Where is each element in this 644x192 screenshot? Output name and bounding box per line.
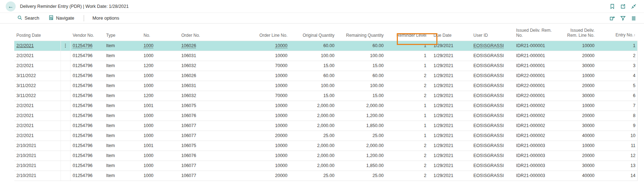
cell-due-date[interactable]: 1/29/2021	[429, 61, 468, 71]
column-header-no[interactable]: No.	[141, 33, 179, 41]
cell-reminder-level[interactable]: 2	[386, 141, 429, 151]
column-header-entry-no[interactable]: Entry No.↑	[597, 32, 638, 41]
popout-icon[interactable]	[618, 2, 628, 11]
cell-issued-deliv-rem-no[interactable]: IDR21-000001	[511, 41, 557, 51]
cell-vendor-no[interactable]: 01254796	[71, 151, 104, 161]
row-menu-icon[interactable]	[61, 81, 71, 91]
row-menu-icon[interactable]	[61, 131, 71, 141]
cell-entry-no[interactable]: 7	[597, 101, 638, 111]
cell-entry-no[interactable]: 12	[597, 151, 638, 161]
cell-issued-deliv-rem-no[interactable]: IDR21-000002	[511, 131, 557, 141]
table-row[interactable]: 2/10/2021 01254796 Item 1000 106077 2000…	[14, 171, 637, 181]
cell-order-no[interactable]: 106077	[179, 161, 233, 171]
cell-no[interactable]: 1000	[141, 81, 179, 91]
column-header-order-no[interactable]: Order No.	[179, 33, 233, 41]
cell-issued-deliv-rem-no[interactable]: IDR21-000002	[511, 121, 557, 131]
cell-reminder-level[interactable]: 2	[386, 161, 429, 171]
cell-no[interactable]: 1000	[141, 41, 179, 51]
cell-user-id[interactable]: EOS\SGRASSI	[468, 131, 511, 141]
cell-remaining-quantity[interactable]: 100.00	[337, 81, 386, 91]
cell-vendor-no[interactable]: 01254796	[71, 61, 104, 71]
table-row[interactable]: 3/11/2022 01254796 Item 1200 106032 7000…	[14, 91, 637, 101]
cell-remaining-quantity[interactable]: 25.00	[337, 171, 386, 181]
cell-no[interactable]: 1000	[141, 161, 179, 171]
cell-vendor-no[interactable]: 01254796	[71, 41, 104, 51]
cell-issued-deliv-rem-line-no[interactable]: 10000	[557, 41, 597, 51]
cell-type[interactable]: Item	[104, 81, 141, 91]
cell-due-date[interactable]: 1/29/2021	[429, 51, 468, 61]
cell-user-id[interactable]: EOS\SGRASSI	[468, 151, 511, 161]
cell-issued-deliv-rem-line-no[interactable]: 30000	[557, 61, 597, 71]
cell-original-quantity[interactable]: 100.00	[290, 51, 337, 61]
column-header-remaining-quantity[interactable]: Remaining Quantity	[337, 33, 386, 41]
cell-remaining-quantity[interactable]: 60.00	[337, 71, 386, 81]
cell-reminder-level[interactable]: 1	[386, 111, 429, 121]
cell-posting-date[interactable]: 2/2/2021	[14, 131, 61, 141]
cell-issued-deliv-rem-no[interactable]: IDR21-000003	[511, 171, 557, 181]
cell-order-no[interactable]: 106076	[179, 151, 233, 161]
cell-reminder-level[interactable]: 1	[386, 121, 429, 131]
cell-user-id[interactable]: EOS\SGRASSI	[468, 161, 511, 171]
cell-order-no[interactable]: 106031	[179, 51, 233, 61]
cell-posting-date[interactable]: 2/10/2021	[14, 171, 61, 181]
cell-order-no[interactable]: 106026	[179, 71, 233, 81]
cell-order-line-no[interactable]: 70000	[233, 91, 290, 101]
cell-original-quantity[interactable]: 2,000.00	[290, 111, 337, 121]
more-options-button[interactable]: More options	[93, 15, 119, 21]
cell-user-id[interactable]: EOS\SGRASSI	[468, 61, 511, 71]
table-row[interactable]: 2/2/2021 ⋮ 01254796 Item 1000 106026 100…	[14, 41, 637, 51]
cell-order-no[interactable]: 106075	[179, 101, 233, 111]
cell-no[interactable]: 1000	[141, 51, 179, 61]
cell-order-line-no[interactable]: 20000	[233, 171, 290, 181]
cell-type[interactable]: Item	[104, 51, 141, 61]
cell-vendor-no[interactable]: 01254796	[71, 91, 104, 101]
cell-issued-deliv-rem-no[interactable]: IDR21-000002	[511, 101, 557, 111]
cell-vendor-no[interactable]: 01254796	[71, 71, 104, 81]
cell-vendor-no[interactable]: 01254796	[71, 141, 104, 151]
cell-issued-deliv-rem-line-no[interactable]: 20000	[557, 111, 597, 121]
cell-reminder-level[interactable]: 2	[386, 91, 429, 101]
row-menu-icon[interactable]	[61, 121, 71, 131]
cell-remaining-quantity[interactable]: 15.00	[337, 91, 386, 101]
cell-original-quantity[interactable]: 25.00	[290, 131, 337, 141]
cell-entry-no[interactable]: 13	[597, 161, 638, 171]
cell-remaining-quantity[interactable]: 60.00	[337, 41, 386, 51]
cell-vendor-no[interactable]: 01254796	[71, 51, 104, 61]
cell-entry-no[interactable]: 1	[597, 41, 638, 51]
cell-order-no[interactable]: 106077	[179, 171, 233, 181]
cell-issued-deliv-rem-no[interactable]: IDR21-000003	[511, 161, 557, 171]
cell-no[interactable]: 1000	[141, 121, 179, 131]
navigate-button[interactable]: Navigate	[48, 15, 74, 21]
row-menu-icon[interactable]	[61, 141, 71, 151]
cell-issued-deliv-rem-line-no[interactable]: 10000	[557, 101, 597, 111]
cell-entry-no[interactable]: 3	[597, 61, 638, 71]
cell-entry-no[interactable]: 4	[597, 71, 638, 81]
cell-remaining-quantity[interactable]: 2,000.00	[337, 101, 386, 111]
cell-order-line-no[interactable]: 10000	[233, 71, 290, 81]
cell-order-line-no[interactable]: 10000	[233, 151, 290, 161]
cell-issued-deliv-rem-line-no[interactable]: 20000	[557, 151, 597, 161]
cell-entry-no[interactable]: 6	[597, 91, 638, 101]
cell-order-line-no[interactable]: 10000	[233, 121, 290, 131]
cell-remaining-quantity[interactable]: 1,200.00	[337, 151, 386, 161]
column-header-vendor-no[interactable]: Vendor No.	[71, 33, 104, 41]
column-header-original-quantity[interactable]: Original Quantity	[290, 33, 337, 41]
column-header-reminder-level[interactable]: Reminder Level	[386, 33, 429, 41]
table-row[interactable]: 2/2/2021 01254796 Item 1000 106031 10000…	[14, 51, 637, 61]
cell-issued-deliv-rem-line-no[interactable]: 10000	[557, 141, 597, 151]
cell-type[interactable]: Item	[104, 61, 141, 71]
row-menu-icon[interactable]	[61, 51, 71, 61]
cell-no[interactable]: 1200	[141, 91, 179, 101]
cell-issued-deliv-rem-no[interactable]: IDR21-000001	[511, 61, 557, 71]
table-row[interactable]: 2/2/2021 01254796 Item 1000 106077 10000…	[14, 121, 637, 131]
cell-order-line-no[interactable]: 10000	[233, 141, 290, 151]
cell-due-date[interactable]: 1/29/2021	[429, 121, 468, 131]
cell-user-id[interactable]: EOS\SGRASSI	[468, 141, 511, 151]
cell-issued-deliv-rem-no[interactable]: IDR21-000003	[511, 141, 557, 151]
cell-due-date[interactable]: 1/29/2021	[429, 111, 468, 121]
cell-issued-deliv-rem-line-no[interactable]: 40000	[557, 131, 597, 141]
cell-type[interactable]: Item	[104, 161, 141, 171]
back-button[interactable]: ←	[6, 1, 16, 11]
cell-issued-deliv-rem-no[interactable]: IDR21-000002	[511, 111, 557, 121]
cell-original-quantity[interactable]: 2,000.00	[290, 151, 337, 161]
